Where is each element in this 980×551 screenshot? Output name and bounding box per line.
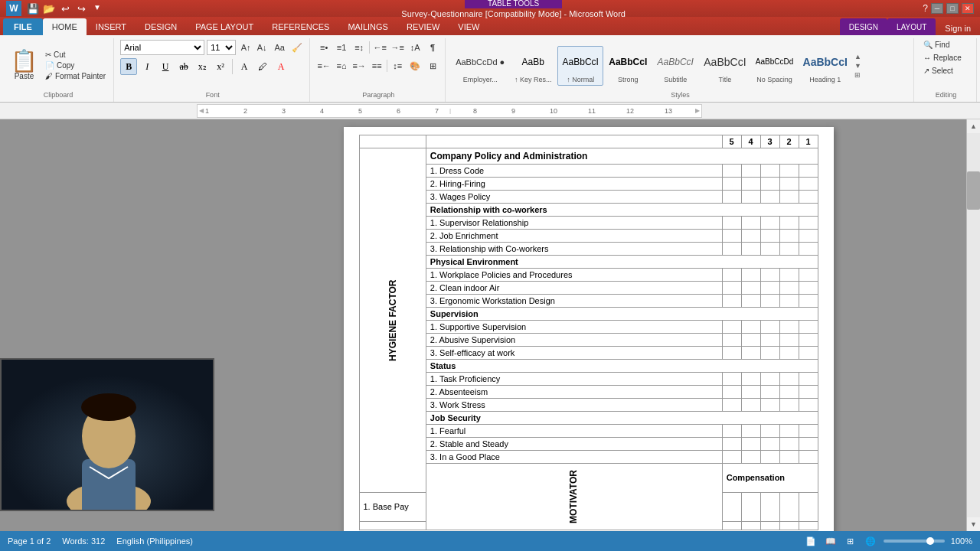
page-view-icon[interactable]: 📄 (804, 534, 818, 548)
tab-file[interactable]: FILE (3, 18, 43, 35)
style-normal[interactable]: AaBbCcI ↑ Normal (557, 46, 603, 86)
text-effect-btn[interactable]: A (236, 58, 253, 75)
shrink-font-btn[interactable]: A↓ (254, 40, 270, 55)
tab-design[interactable]: DESIGN (136, 18, 186, 35)
tab-references[interactable]: REFERENCES (263, 18, 338, 35)
tab-page-layout[interactable]: PAGE LAYOUT (186, 18, 263, 35)
styles-scroll-btn[interactable]: ▲ ▼ ⊞ (853, 51, 863, 80)
select-icon: ↗ (923, 67, 929, 75)
rating-cell[interactable] (722, 165, 741, 178)
superscript-btn[interactable]: x² (212, 58, 229, 75)
format-painter-icon: 🖌 (45, 72, 53, 80)
zoom-thumb[interactable] (926, 537, 934, 545)
style-key-res[interactable]: AaBb ↑ Key Res... (510, 46, 556, 86)
tab-review[interactable]: REVIEW (397, 18, 449, 35)
open-qa-btn[interactable]: 📂 (42, 3, 56, 15)
tab-table-design[interactable]: DESIGN (840, 18, 887, 35)
format-painter-button[interactable]: 🖌 Format Painter (42, 71, 109, 81)
select-btn[interactable]: ↗ Select (920, 66, 956, 76)
shading-btn[interactable]: 🎨 (407, 58, 423, 73)
cut-button[interactable]: ✂ Cut (42, 50, 109, 60)
style-no-spacing[interactable]: AaBbCcDd No Spacing (752, 46, 798, 86)
item-cell[interactable]: 2. Hiring-Firing (426, 178, 722, 191)
motivator-compensation-header: Compensation (722, 464, 818, 493)
ribbon-group-editing: 🔍 Find ↔ Replace ↗ Select Editing (916, 38, 977, 102)
replace-btn[interactable]: ↔ Replace (920, 53, 965, 63)
font-color-btn[interactable]: A (273, 58, 289, 75)
align-center-btn[interactable]: ≡⌂ (334, 58, 349, 73)
align-right-btn[interactable]: ≡→ (351, 58, 367, 73)
restore-btn[interactable]: □ (946, 3, 959, 14)
show-hide-btn[interactable]: ¶ (425, 40, 440, 55)
replace-icon: ↔ (923, 54, 931, 62)
subscript-btn[interactable]: x₂ (194, 58, 211, 75)
undo-qa-btn[interactable]: ↩ (58, 3, 72, 15)
find-icon: 🔍 (923, 41, 933, 49)
justify-btn[interactable]: ≡≡ (369, 58, 384, 73)
tab-home[interactable]: HOME (43, 18, 87, 35)
signin-area[interactable]: Sign in (936, 21, 980, 35)
bold-btn[interactable]: B (120, 58, 137, 75)
line-spacing-btn[interactable]: ↕≡ (390, 58, 405, 73)
table-row: Physical Environment (359, 256, 818, 269)
bullets-btn[interactable]: ≡• (316, 40, 332, 55)
scroll-down-btn[interactable]: ▼ (967, 517, 980, 531)
borders-btn[interactable]: ⊞ (425, 58, 440, 73)
style-title[interactable]: AaBbCcI Title (700, 46, 750, 86)
vertical-scrollbar[interactable]: ▲ ▼ (966, 119, 980, 531)
style-subtitle[interactable]: AaBbCcI Subtitle (652, 46, 698, 86)
rating-cell[interactable] (760, 165, 779, 178)
tab-mailings[interactable]: MAILINGS (338, 18, 397, 35)
item-cell[interactable]: 3. Wages Policy (426, 191, 722, 204)
scroll-up-btn[interactable]: ▲ (967, 119, 980, 133)
align-left-btn[interactable]: ≡← (316, 58, 332, 73)
grow-font-btn[interactable]: A↑ (238, 40, 253, 55)
paste-button[interactable]: 📋 Paste (8, 49, 41, 82)
style-heading1[interactable]: AaBbCcI Heading 1 (799, 46, 851, 86)
zoom-slider[interactable] (884, 540, 945, 543)
text-highlight-btn[interactable]: 🖊 (254, 58, 271, 75)
editing-group-label: Editing (920, 91, 972, 100)
tab-table-layout[interactable]: LAYOUT (887, 18, 936, 35)
scroll-track[interactable] (967, 133, 980, 517)
change-case-btn[interactable]: Aa (272, 40, 287, 55)
print-layout-icon[interactable]: ⊞ (844, 534, 858, 548)
table-row: 1. Dress Code (359, 165, 818, 178)
clear-format-btn[interactable]: 🧹 (289, 40, 305, 55)
multilevel-btn[interactable]: ≡↕ (351, 40, 367, 55)
table-row: 1. Workplace Policies and Procedures (359, 269, 818, 282)
redo-qa-btn[interactable]: ↪ (74, 3, 88, 15)
webcam-video (2, 360, 213, 510)
read-mode-icon[interactable]: 📖 (824, 534, 838, 548)
decrease-indent-btn[interactable]: ←≡ (372, 40, 387, 55)
web-layout-icon[interactable]: 🌐 (864, 534, 877, 548)
close-btn[interactable]: ✕ (962, 3, 974, 14)
copy-button[interactable]: 📄 Copy (42, 60, 109, 70)
item-cell[interactable]: 1. Dress Code (426, 165, 722, 178)
style-employer[interactable]: AaBbCcDd ● Employer... (452, 46, 508, 86)
find-btn[interactable]: 🔍 Find (920, 40, 952, 50)
help-btn[interactable]: ? (923, 3, 928, 14)
numbering-btn[interactable]: ≡1 (334, 40, 349, 55)
italic-btn[interactable]: I (139, 58, 155, 75)
rating-cell[interactable] (741, 165, 760, 178)
style-strong[interactable]: AaBbCcI Strong (605, 46, 651, 86)
save-qa-btn[interactable]: 💾 (26, 3, 40, 15)
font-size-select[interactable]: 11 (207, 40, 236, 55)
sort-btn[interactable]: ↕A (407, 40, 423, 55)
table-row: Relationship with co-workers (359, 204, 818, 217)
increase-indent-btn[interactable]: →≡ (390, 40, 405, 55)
tab-view[interactable]: VIEW (449, 18, 488, 35)
underline-btn[interactable]: U (157, 58, 174, 75)
rating-cell[interactable] (779, 165, 799, 178)
rating-cell[interactable] (799, 165, 818, 178)
quick-btn[interactable]: ▼ (90, 3, 104, 15)
motivator-label: MOTIVATOR (426, 464, 722, 530)
title-bar: W 💾 📂 ↩ ↪ ▼ TABLE TOOLS Survey-Questionn… (0, 0, 980, 17)
tab-insert[interactable]: INSERT (87, 18, 136, 35)
font-family-select[interactable]: Arial (120, 40, 204, 55)
strikethrough-btn[interactable]: ab (175, 58, 192, 75)
minimize-btn[interactable]: ─ (931, 3, 943, 14)
table-row: 2. Job Enrichment (359, 230, 818, 243)
scroll-thumb[interactable] (967, 171, 980, 210)
